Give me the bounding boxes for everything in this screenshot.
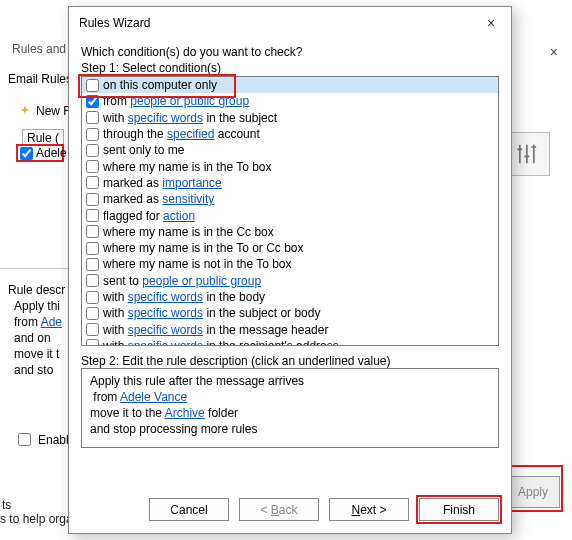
from-people-link[interactable]: Adele Vance bbox=[120, 390, 187, 404]
rule-enabled-checkbox[interactable] bbox=[20, 147, 33, 160]
condition-row-13[interactable]: with specific words in the body bbox=[82, 289, 498, 305]
condition-row-12[interactable]: sent to people or public group bbox=[82, 273, 498, 289]
condition-checkbox-1[interactable] bbox=[86, 95, 99, 108]
condition-checkbox-0[interactable] bbox=[86, 79, 99, 92]
condition-label-1: from people or public group bbox=[103, 94, 249, 108]
desc-line-0: Apply this rule after the message arrive… bbox=[90, 373, 490, 389]
rule-name-label: Adele bbox=[36, 146, 67, 160]
condition-label-11: where my name is not in the To box bbox=[103, 257, 292, 271]
rule-column-header: Rule ( bbox=[22, 129, 64, 145]
condition-checkbox-11[interactable] bbox=[86, 258, 99, 271]
condition-link-6[interactable]: importance bbox=[162, 176, 221, 190]
condition-checkbox-3[interactable] bbox=[86, 128, 99, 141]
close-icon[interactable]: × bbox=[550, 44, 558, 60]
condition-link-1[interactable]: people or public group bbox=[130, 94, 249, 108]
condition-checkbox-4[interactable] bbox=[86, 144, 99, 157]
step1-label: Step 1: Select condition(s) bbox=[81, 61, 499, 75]
dialog-title: Rules Wizard bbox=[79, 16, 150, 30]
condition-checkbox-5[interactable] bbox=[86, 160, 99, 173]
condition-link-12[interactable]: people or public group bbox=[142, 274, 261, 288]
sparkle-icon bbox=[18, 104, 32, 118]
condition-row-14[interactable]: with specific words in the subject or bo… bbox=[82, 305, 498, 321]
condition-row-15[interactable]: with specific words in the message heade… bbox=[82, 321, 498, 337]
condition-row-5[interactable]: where my name is in the To box bbox=[82, 158, 498, 174]
condition-label-15: with specific words in the message heade… bbox=[103, 323, 328, 337]
condition-link-16[interactable]: specific words bbox=[128, 339, 203, 346]
preview-thumbnail bbox=[506, 132, 550, 176]
condition-checkbox-9[interactable] bbox=[86, 225, 99, 238]
truncated-text-ts: ts bbox=[2, 498, 11, 512]
condition-link-13[interactable]: specific words bbox=[128, 290, 203, 304]
condition-checkbox-14[interactable] bbox=[86, 307, 99, 320]
rules-and-alerts-title: Rules and A bbox=[12, 42, 77, 56]
condition-checkbox-6[interactable] bbox=[86, 176, 99, 189]
condition-row-10[interactable]: where my name is in the To or Cc box bbox=[82, 240, 498, 256]
condition-label-10: where my name is in the To or Cc box bbox=[103, 241, 304, 255]
folder-link[interactable]: Archive bbox=[165, 406, 205, 420]
condition-row-16[interactable]: with specific words in the recipient's a… bbox=[82, 338, 498, 346]
condition-link-14[interactable]: specific words bbox=[128, 306, 203, 320]
condition-label-8: flagged for action bbox=[103, 209, 195, 223]
condition-checkbox-10[interactable] bbox=[86, 242, 99, 255]
condition-checkbox-13[interactable] bbox=[86, 291, 99, 304]
divider bbox=[0, 268, 70, 269]
condition-row-4[interactable]: sent only to me bbox=[82, 142, 498, 158]
condition-row-1[interactable]: from people or public group bbox=[82, 93, 498, 109]
close-button[interactable]: × bbox=[479, 13, 503, 33]
email-rules-tab[interactable]: Email Rules bbox=[8, 72, 72, 86]
condition-link-8[interactable]: action bbox=[163, 209, 195, 223]
button-row: Cancel < Back Next > Finish bbox=[69, 488, 511, 533]
condition-label-3: through the specified account bbox=[103, 127, 260, 141]
enable-rules-checkbox-row[interactable]: Enable bbox=[14, 430, 75, 449]
condition-label-12: sent to people or public group bbox=[103, 274, 261, 288]
rule-list-item-adele[interactable]: Adele bbox=[16, 144, 64, 162]
condition-link-2[interactable]: specific words bbox=[128, 111, 203, 125]
prompt-label: Which condition(s) do you want to check? bbox=[81, 45, 499, 59]
condition-row-8[interactable]: flagged for action bbox=[82, 207, 498, 223]
condition-link-3[interactable]: specified bbox=[167, 127, 214, 141]
condition-checkbox-2[interactable] bbox=[86, 111, 99, 124]
condition-link-7[interactable]: sensitivity bbox=[162, 192, 214, 206]
condition-row-6[interactable]: marked as importance bbox=[82, 175, 498, 191]
titlebar: Rules Wizard × bbox=[69, 7, 511, 37]
apply-button[interactable]: Apply bbox=[506, 476, 560, 508]
condition-label-16: with specific words in the recipient's a… bbox=[103, 339, 339, 346]
conditions-list[interactable]: on this computer onlyfrom people or publ… bbox=[81, 76, 499, 346]
condition-row-2[interactable]: with specific words in the subject bbox=[82, 110, 498, 126]
condition-label-6: marked as importance bbox=[103, 176, 222, 190]
condition-row-0[interactable]: on this computer only bbox=[82, 77, 498, 93]
condition-link-15[interactable]: specific words bbox=[128, 323, 203, 337]
condition-label-2: with specific words in the subject bbox=[103, 111, 277, 125]
condition-row-7[interactable]: marked as sensitivity bbox=[82, 191, 498, 207]
condition-checkbox-8[interactable] bbox=[86, 209, 99, 222]
back-button[interactable]: < Back bbox=[239, 498, 319, 521]
condition-label-14: with specific words in the subject or bo… bbox=[103, 306, 320, 320]
condition-row-9[interactable]: where my name is in the Cc box bbox=[82, 224, 498, 240]
next-button[interactable]: Next > bbox=[329, 498, 409, 521]
truncated-text-help: s to help orga bbox=[0, 512, 73, 526]
condition-label-13: with specific words in the body bbox=[103, 290, 265, 304]
rules-wizard-dialog: Rules Wizard × Which condition(s) do you… bbox=[68, 6, 512, 534]
condition-label-9: where my name is in the Cc box bbox=[103, 225, 274, 239]
new-rule-label: New R bbox=[36, 104, 72, 118]
condition-label-7: marked as sensitivity bbox=[103, 192, 214, 206]
condition-checkbox-7[interactable] bbox=[86, 193, 99, 206]
rule-description-box: Apply this rule after the message arrive… bbox=[81, 368, 499, 448]
desc-line-1: from Adele Vance bbox=[90, 389, 490, 405]
cancel-button[interactable]: Cancel bbox=[149, 498, 229, 521]
enable-rules-checkbox[interactable] bbox=[18, 433, 31, 446]
condition-row-3[interactable]: through the specified account bbox=[82, 126, 498, 142]
desc-line-2: move it to the Archive folder bbox=[90, 405, 490, 421]
new-rule-button[interactable]: New R bbox=[18, 104, 72, 118]
tools-icon bbox=[514, 140, 542, 168]
rule-description-label: Rule descr bbox=[8, 283, 65, 297]
condition-checkbox-12[interactable] bbox=[86, 274, 99, 287]
finish-button[interactable]: Finish bbox=[419, 498, 499, 521]
condition-checkbox-16[interactable] bbox=[86, 339, 99, 346]
condition-row-11[interactable]: where my name is not in the To box bbox=[82, 256, 498, 272]
condition-label-0: on this computer only bbox=[103, 78, 217, 92]
desc-line-3: and stop processing more rules bbox=[90, 421, 490, 437]
condition-label-4: sent only to me bbox=[103, 143, 184, 157]
rule-description-preview: Apply thi from Ade and on move it t and … bbox=[14, 298, 69, 413]
condition-checkbox-15[interactable] bbox=[86, 323, 99, 336]
